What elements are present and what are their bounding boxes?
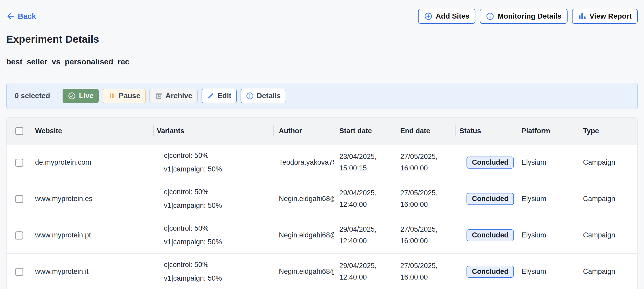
column-header-type[interactable]: Type <box>578 118 638 144</box>
date-line: 29/04/2025, <box>339 224 394 235</box>
selected-count: 0 selected <box>15 92 50 100</box>
start-date-cell: 29/04/2025, 12:40:00 <box>334 217 394 253</box>
variant-line: c|control: 50% <box>164 258 273 272</box>
row-checkbox-cell <box>7 254 32 289</box>
variant-line: v1|campaign: 50% <box>164 199 273 213</box>
status-badge: Concluded <box>467 193 514 205</box>
back-label: Back <box>18 12 36 21</box>
pause-label: Pause <box>119 92 140 100</box>
website-cell: www.myprotein.pt <box>32 217 153 253</box>
edit-label: Edit <box>218 92 231 100</box>
row-checkbox[interactable] <box>15 159 23 167</box>
column-header-variants[interactable]: Variants <box>153 118 273 144</box>
date-line: 27/05/2025, <box>400 224 455 235</box>
end-date-cell: 27/05/2025, 16:00:00 <box>394 254 455 289</box>
start-date-cell: 29/04/2025, 12:40:00 <box>334 181 394 217</box>
live-label: Live <box>79 92 93 100</box>
variants-cell: c|control: 50% v1|campaign: 50% <box>153 254 273 289</box>
column-header-website[interactable]: Website <box>32 118 153 144</box>
pause-button[interactable]: Pause <box>103 89 146 103</box>
date-line: 27/05/2025, <box>400 260 455 272</box>
monitoring-details-button[interactable]: Monitoring Details <box>480 9 567 24</box>
select-all-checkbox[interactable] <box>15 127 23 135</box>
table-row: www.myprotein.pt c|control: 50% v1|campa… <box>7 217 637 253</box>
end-date-cell: 27/05/2025, 16:00:00 <box>394 144 455 181</box>
status-badge: Concluded <box>467 229 514 241</box>
platform-cell: Elysium <box>517 181 578 217</box>
view-report-button[interactable]: View Report <box>572 9 638 24</box>
variant-line: c|control: 50% <box>164 185 273 199</box>
platform-cell: Elysium <box>517 144 578 181</box>
author-cell: Negin.eidgahi68@t <box>273 217 334 253</box>
variants-cell: c|control: 50% v1|campaign: 50% <box>153 217 273 253</box>
column-header-status[interactable]: Status <box>455 118 517 144</box>
details-label: Details <box>257 92 281 100</box>
author-cell: Negin.eidgahi68@t <box>273 181 334 217</box>
experiment-details-page: Back Add Sites Monitoring Details View R… <box>0 0 644 289</box>
check-circle-icon <box>68 92 76 100</box>
platform-cell: Elysium <box>517 217 578 253</box>
time-line: 16:00:00 <box>400 235 455 247</box>
date-line: 27/05/2025, <box>400 187 455 199</box>
info-circle-icon <box>246 92 254 100</box>
author-cell: Teodora.yakova75@ <box>273 144 334 181</box>
monitoring-details-label: Monitoring Details <box>497 12 561 20</box>
status-badge: Concluded <box>467 157 514 169</box>
end-date-cell: 27/05/2025, 16:00:00 <box>394 217 455 253</box>
view-report-label: View Report <box>590 12 632 20</box>
variant-line: c|control: 50% <box>164 222 273 235</box>
variants-cell: c|control: 50% v1|campaign: 50% <box>153 144 273 181</box>
column-header-end-date[interactable]: End date <box>394 118 455 144</box>
top-actions: Add Sites Monitoring Details View Report <box>418 9 638 24</box>
back-link[interactable]: Back <box>6 12 36 21</box>
date-line: 23/04/2025, <box>339 151 394 163</box>
end-date-cell: 27/05/2025, 16:00:00 <box>394 181 455 217</box>
experiment-name: best_seller_vs_personalised_rec <box>6 57 638 66</box>
time-line: 15:00:15 <box>339 163 394 174</box>
time-line: 12:40:00 <box>339 199 394 210</box>
column-header-start-date[interactable]: Start date <box>334 118 394 144</box>
edit-button[interactable]: Edit <box>202 89 237 103</box>
row-checkbox-cell <box>7 181 32 217</box>
table-row: de.myprotein.com c|control: 50% v1|campa… <box>7 144 637 181</box>
website-cell: www.myprotein.it <box>32 254 153 289</box>
time-line: 12:40:00 <box>339 235 394 247</box>
add-sites-label: Add Sites <box>436 12 469 20</box>
status-cell: Concluded <box>455 217 517 253</box>
top-bar: Back Add Sites Monitoring Details View R… <box>6 0 638 24</box>
column-header-platform[interactable]: Platform <box>517 118 578 144</box>
row-checkbox[interactable] <box>15 231 23 240</box>
header-checkbox-cell <box>7 118 32 144</box>
add-sites-button[interactable]: Add Sites <box>418 9 475 24</box>
date-line: 29/04/2025, <box>339 260 394 272</box>
live-button[interactable]: Live <box>63 89 99 103</box>
website-cell: www.myprotein.es <box>32 181 153 217</box>
variant-line: v1|campaign: 50% <box>164 163 273 176</box>
time-line: 12:40:00 <box>339 272 394 283</box>
archive-button[interactable]: Archive <box>149 89 198 103</box>
column-header-author[interactable]: Author <box>273 118 334 144</box>
selection-toolbar: 0 selected Live Pause Archive Edit Detai… <box>6 83 638 109</box>
table-row: www.myprotein.es c|control: 50% v1|campa… <box>7 181 637 217</box>
date-line: 27/05/2025, <box>400 151 455 163</box>
status-cell: Concluded <box>455 254 517 289</box>
back-arrow-icon <box>6 12 15 21</box>
sites-table: Website Variants Author Start date End d… <box>6 117 638 289</box>
variant-line: v1|campaign: 50% <box>164 272 273 285</box>
date-line: 29/04/2025, <box>339 187 394 199</box>
type-cell: Campaign <box>578 217 638 253</box>
row-checkbox-cell <box>7 144 32 181</box>
type-cell: Campaign <box>578 254 638 289</box>
page-title: Experiment Details <box>6 34 638 45</box>
type-cell: Campaign <box>578 181 638 217</box>
table-row: www.myprotein.it c|control: 50% v1|campa… <box>7 253 637 289</box>
author-cell: Negin.eidgahi68@t <box>273 254 334 289</box>
details-button[interactable]: Details <box>241 89 286 103</box>
archive-icon <box>155 92 163 100</box>
variant-line: c|control: 50% <box>164 149 273 163</box>
pause-icon <box>108 92 116 100</box>
row-checkbox[interactable] <box>15 268 23 276</box>
status-cell: Concluded <box>455 144 517 181</box>
table-header: Website Variants Author Start date End d… <box>7 118 637 144</box>
row-checkbox[interactable] <box>15 195 23 203</box>
